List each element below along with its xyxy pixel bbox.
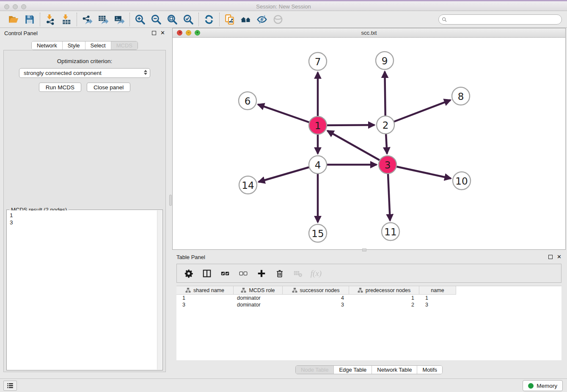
tree-icon bbox=[185, 287, 191, 293]
table-row[interactable]: 1dominator411 bbox=[176, 295, 561, 301]
close-table-panel-icon[interactable]: ✕ bbox=[557, 255, 561, 259]
table-panel-header: Table Panel ✕ bbox=[172, 252, 566, 262]
cell[interactable]: 1 bbox=[349, 295, 419, 301]
table-toolbar: f(x) bbox=[176, 264, 561, 283]
table-tab-edge-table[interactable]: Edge Table bbox=[333, 366, 372, 374]
cell[interactable]: 3 bbox=[419, 302, 456, 308]
columns-button[interactable] bbox=[202, 268, 212, 279]
cell[interactable]: 1 bbox=[176, 295, 234, 301]
edge-3-1[interactable] bbox=[328, 131, 388, 165]
open-folder-button[interactable] bbox=[7, 13, 20, 26]
table-tab-segmented: Node TableEdge TableNetwork TableMotifs bbox=[295, 365, 443, 374]
mcds-tab-content: Optimization criterion: strongly connect… bbox=[3, 50, 166, 372]
import-table-button[interactable] bbox=[60, 13, 73, 26]
table-row[interactable]: 3dominator323 bbox=[176, 301, 561, 308]
tab-style[interactable]: Style bbox=[62, 41, 85, 50]
deselect-all-button[interactable] bbox=[238, 268, 248, 279]
horizontal-splitter-handle[interactable] bbox=[362, 248, 366, 251]
column-label: name bbox=[431, 287, 444, 293]
zoom-in-button[interactable] bbox=[133, 13, 147, 26]
cell[interactable]: 3 bbox=[283, 302, 349, 308]
column-header-successor-nodes[interactable]: successor nodes bbox=[283, 286, 349, 295]
select-all-icon bbox=[220, 269, 230, 278]
node-label-4: 4 bbox=[315, 160, 321, 171]
refresh-layout-button[interactable] bbox=[202, 13, 216, 26]
cell[interactable]: 2 bbox=[349, 302, 419, 308]
import-table-icon bbox=[61, 14, 72, 25]
zoom-out-button[interactable] bbox=[149, 13, 163, 26]
column-label: shared name bbox=[193, 287, 224, 293]
function-button[interactable]: f(x) bbox=[311, 268, 321, 279]
refresh-layout-icon bbox=[204, 14, 215, 25]
select-stepper-icon bbox=[144, 70, 147, 75]
node-label-3: 3 bbox=[385, 160, 391, 171]
column-header-mcds-role[interactable]: MCDS role bbox=[234, 286, 283, 295]
optimization-criterion-select[interactable]: strongly connected component bbox=[19, 68, 150, 78]
close-panel-button[interactable]: Close panel bbox=[87, 83, 130, 92]
column-header-predecessor-nodes[interactable]: predecessor nodes bbox=[349, 286, 419, 295]
gear-button[interactable] bbox=[184, 268, 194, 279]
mcds-result-text[interactable]: 1 3 bbox=[7, 210, 157, 370]
table-tab-motifs[interactable]: Motifs bbox=[417, 366, 442, 374]
window-titlebar: Session: New Session bbox=[0, 0, 567, 11]
cell[interactable]: 1 bbox=[419, 295, 456, 301]
result-scrollbar[interactable] bbox=[157, 210, 162, 370]
cell[interactable]: dominator bbox=[234, 302, 283, 308]
search-input[interactable] bbox=[438, 14, 562, 25]
add-row-button[interactable] bbox=[256, 268, 267, 279]
hide-selected-button[interactable] bbox=[255, 13, 269, 26]
delete-row-button[interactable] bbox=[275, 268, 285, 279]
show-all-icon bbox=[272, 14, 284, 25]
node-label-2: 2 bbox=[383, 120, 389, 131]
network-canvas[interactable]: 7968124314101511 bbox=[173, 38, 565, 249]
status-bar: Memory bbox=[0, 378, 567, 392]
cell[interactable]: 4 bbox=[283, 295, 349, 301]
table-tab-node-table[interactable]: Node Table bbox=[296, 366, 334, 374]
optimization-criterion-label: Optimization criterion: bbox=[4, 58, 165, 64]
node-label-8: 8 bbox=[458, 91, 464, 102]
table-panel: Table Panel ✕ f(x) shared nameMCDS roles… bbox=[172, 252, 566, 377]
run-mcds-button[interactable]: Run MCDS bbox=[39, 83, 81, 92]
import-network-button[interactable] bbox=[44, 13, 57, 26]
search-box bbox=[438, 14, 562, 25]
float-panel-icon[interactable] bbox=[152, 31, 156, 35]
tree-icon bbox=[292, 287, 297, 293]
export-table-button[interactable] bbox=[96, 13, 110, 26]
tab-segmented: NetworkStyleSelectMCDS bbox=[31, 41, 138, 50]
task-history-button[interactable] bbox=[3, 381, 17, 391]
cell[interactable]: 3 bbox=[176, 302, 234, 308]
float-table-panel-icon[interactable] bbox=[548, 255, 553, 259]
table-header-row: shared nameMCDS rolesuccessor nodesprede… bbox=[176, 286, 561, 295]
edge-2-8[interactable] bbox=[385, 100, 451, 125]
close-panel-icon[interactable]: ✕ bbox=[160, 31, 165, 35]
edge-3-10[interactable] bbox=[388, 165, 451, 178]
network-view-window: ✕ − + scc.txt 7968124314101511 bbox=[172, 28, 566, 250]
column-header-name[interactable]: name bbox=[419, 286, 456, 295]
table-tab-network-table[interactable]: Network Table bbox=[372, 366, 417, 374]
zoom-selected-button[interactable] bbox=[182, 13, 195, 26]
save-button[interactable] bbox=[23, 13, 36, 26]
tab-mcds[interactable]: MCDS bbox=[111, 41, 138, 50]
node-label-14: 14 bbox=[242, 180, 254, 191]
tree-icon bbox=[241, 287, 246, 293]
memory-button[interactable]: Memory bbox=[523, 380, 563, 391]
export-image-button[interactable] bbox=[113, 13, 126, 26]
delete-table-button[interactable] bbox=[293, 268, 303, 279]
select-all-button[interactable] bbox=[220, 268, 230, 279]
hide-selected-icon bbox=[256, 14, 267, 25]
cell[interactable]: dominator bbox=[234, 295, 283, 301]
tab-select[interactable]: Select bbox=[85, 41, 111, 50]
window-title: Session: New Session bbox=[0, 3, 567, 10]
node-label-9: 9 bbox=[382, 55, 388, 66]
zoom-fit-button[interactable] bbox=[165, 13, 179, 26]
tab-network[interactable]: Network bbox=[32, 41, 62, 50]
network-graph[interactable]: 7968124314101511 bbox=[173, 38, 565, 249]
export-network-button[interactable] bbox=[80, 13, 94, 26]
delete-table-icon bbox=[293, 269, 303, 278]
edge-1-6[interactable] bbox=[258, 105, 318, 125]
vertical-splitter-handle[interactable] bbox=[169, 195, 172, 206]
duplicate-network-button[interactable] bbox=[223, 13, 237, 26]
column-header-shared-name[interactable]: shared name bbox=[176, 286, 234, 295]
show-all-button[interactable] bbox=[271, 13, 285, 26]
first-neighbors-button[interactable] bbox=[239, 13, 253, 26]
